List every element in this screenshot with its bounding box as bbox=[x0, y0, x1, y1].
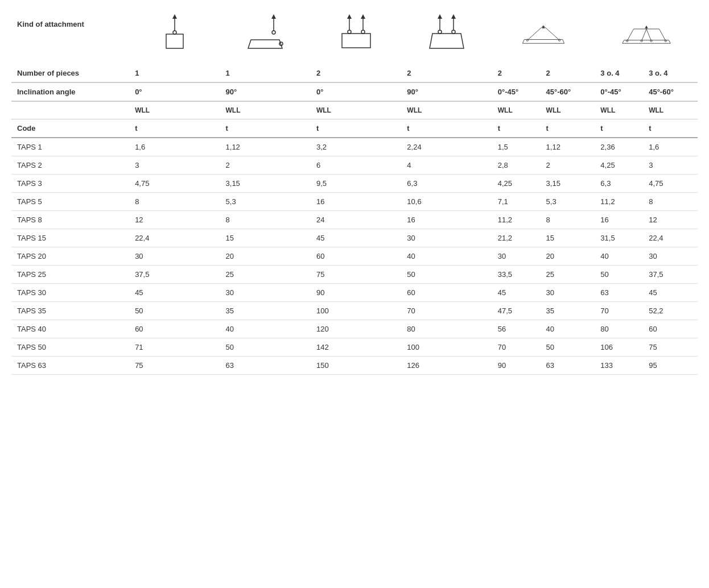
code-cell: TAPS 40 bbox=[11, 320, 129, 338]
pieces-row: Number of pieces 1 1 2 2 2 2 3 o. 4 3 o.… bbox=[11, 64, 698, 82]
value-col4: 40 bbox=[401, 247, 492, 266]
value-col7: 133 bbox=[595, 357, 643, 375]
value-col5: 70 bbox=[492, 338, 541, 357]
value-col2: 50 bbox=[220, 338, 311, 357]
code-cell: TAPS 50 bbox=[11, 338, 129, 357]
svg-marker-12 bbox=[361, 14, 365, 19]
value-col4: 80 bbox=[401, 320, 492, 338]
wll-col5: WLL bbox=[492, 101, 541, 119]
icon-col3 bbox=[311, 11, 401, 64]
value-col6: 1,12 bbox=[541, 138, 595, 156]
angle-col4: 90° bbox=[401, 82, 492, 101]
value-col7: 31,5 bbox=[595, 229, 643, 247]
svg-line-34 bbox=[646, 29, 651, 41]
value-col6: 40 bbox=[541, 320, 595, 338]
icon-col4 bbox=[401, 11, 492, 64]
value-col2: 15 bbox=[220, 229, 311, 247]
unit-col5: t bbox=[492, 119, 541, 138]
unit-col4: t bbox=[401, 119, 492, 138]
table-row: TAPS 4060401208056408060 bbox=[11, 320, 698, 338]
angle-col2: 90° bbox=[220, 82, 311, 101]
value-col2: 40 bbox=[220, 320, 311, 338]
wll-col8: WLL bbox=[643, 101, 698, 119]
unit-col8: t bbox=[643, 119, 698, 138]
value-col7: 63 bbox=[595, 284, 643, 302]
value-col2: 35 bbox=[220, 302, 311, 320]
value-col8: 22,4 bbox=[643, 229, 698, 247]
code-cell: TAPS 3 bbox=[11, 175, 129, 193]
value-col3: 75 bbox=[311, 266, 401, 284]
angle-label: Inclination angle bbox=[11, 82, 129, 101]
value-col7: 11,2 bbox=[595, 193, 643, 211]
unit-col7: t bbox=[595, 119, 643, 138]
pieces-col6: 2 bbox=[541, 64, 595, 82]
value-col1: 50 bbox=[129, 302, 220, 320]
value-col8: 4,75 bbox=[643, 175, 698, 193]
value-col7: 50 bbox=[595, 266, 643, 284]
svg-line-25 bbox=[543, 26, 559, 40]
value-col2: 30 bbox=[220, 284, 311, 302]
value-col7: 106 bbox=[595, 338, 643, 357]
value-col6: 3,15 bbox=[541, 175, 595, 193]
value-col3: 90 bbox=[311, 284, 401, 302]
table-row: TAPS 637563150126906313395 bbox=[11, 357, 698, 375]
value-col5: 33,5 bbox=[492, 266, 541, 284]
value-col7: 80 bbox=[595, 320, 643, 338]
value-col1: 8 bbox=[129, 193, 220, 211]
value-col6: 35 bbox=[541, 302, 595, 320]
value-col1: 12 bbox=[129, 211, 220, 229]
table-row: TAPS 203020604030204030 bbox=[11, 247, 698, 266]
angle-row: Inclination angle 0° 90° 0° 90° 0°-45° 4… bbox=[11, 82, 698, 101]
table-row: TAPS 8128241611,281612 bbox=[11, 211, 698, 229]
value-col3: 150 bbox=[311, 357, 401, 375]
value-col1: 75 bbox=[129, 357, 220, 375]
value-col5: 47,5 bbox=[492, 302, 541, 320]
value-col2: 25 bbox=[220, 266, 311, 284]
value-col1: 1,6 bbox=[129, 138, 220, 156]
angle-col6: 45°-60° bbox=[541, 82, 595, 101]
icon-col1 bbox=[129, 11, 220, 64]
svg-line-35 bbox=[659, 29, 665, 41]
value-col7: 16 bbox=[595, 211, 643, 229]
value-col1: 4,75 bbox=[129, 175, 220, 193]
value-col2: 1,12 bbox=[220, 138, 311, 156]
svg-line-33 bbox=[641, 29, 646, 41]
value-col1: 60 bbox=[129, 320, 220, 338]
value-col4: 2,24 bbox=[401, 138, 492, 156]
table-row: TAPS 11,61,123,22,241,51,122,361,6 bbox=[11, 138, 698, 156]
code-cell: TAPS 8 bbox=[11, 211, 129, 229]
pieces-col1: 1 bbox=[129, 64, 220, 82]
svg-point-13 bbox=[348, 30, 351, 34]
wll-col4: WLL bbox=[401, 101, 492, 119]
svg-marker-1 bbox=[172, 14, 177, 19]
value-col1: 71 bbox=[129, 338, 220, 357]
code-cell: TAPS 15 bbox=[11, 229, 129, 247]
value-col3: 100 bbox=[311, 302, 401, 320]
value-col6: 25 bbox=[541, 266, 595, 284]
code-cell: TAPS 63 bbox=[11, 357, 129, 375]
value-col8: 8 bbox=[643, 193, 698, 211]
code-header: Code bbox=[11, 119, 129, 138]
code-unit-row: Code t t t t t t t t bbox=[11, 119, 698, 138]
svg-line-32 bbox=[627, 29, 633, 41]
svg-marker-17 bbox=[438, 14, 442, 19]
value-col1: 3 bbox=[129, 156, 220, 175]
unit-col3: t bbox=[311, 119, 401, 138]
icon-header-row: Kind of attachment bbox=[11, 11, 698, 64]
value-col5: 56 bbox=[492, 320, 541, 338]
table-row: TAPS 1522,415453021,21531,522,4 bbox=[11, 229, 698, 247]
table-row: TAPS 3550351007047,5357052,2 bbox=[11, 302, 698, 320]
code-cell: TAPS 5 bbox=[11, 193, 129, 211]
code-cell: TAPS 1 bbox=[11, 138, 129, 156]
value-col3: 142 bbox=[311, 338, 401, 357]
angle-col1: 0° bbox=[129, 82, 220, 101]
value-col1: 37,5 bbox=[129, 266, 220, 284]
value-col1: 45 bbox=[129, 284, 220, 302]
value-col5: 21,2 bbox=[492, 229, 541, 247]
value-col8: 95 bbox=[643, 357, 698, 375]
value-col6: 15 bbox=[541, 229, 595, 247]
code-cell: TAPS 30 bbox=[11, 284, 129, 302]
value-col8: 37,5 bbox=[643, 266, 698, 284]
value-col8: 60 bbox=[643, 320, 698, 338]
value-col5: 7,1 bbox=[492, 193, 541, 211]
